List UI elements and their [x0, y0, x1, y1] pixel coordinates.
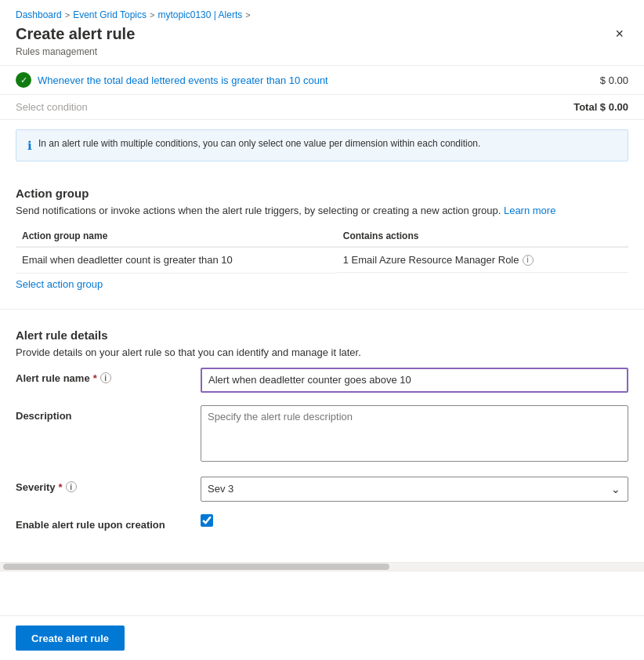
- enable-alert-row: Enable alert rule upon creation: [16, 514, 628, 531]
- severity-info-icon[interactable]: i: [66, 481, 77, 492]
- panel-subtitle: Rules management: [0, 46, 644, 65]
- description-control: [201, 405, 628, 464]
- close-button[interactable]: ×: [610, 25, 628, 42]
- table-row: Email when deadletter count is greater t…: [16, 247, 628, 273]
- select-condition-row: Select condition Total $ 0.00: [0, 95, 644, 120]
- total-price: Total $ 0.00: [573, 101, 628, 113]
- severity-control: Sev 3 Sev 0 Sev 1 Sev 2 Sev 4: [201, 477, 628, 502]
- enable-alert-label: Enable alert rule upon creation: [16, 514, 188, 531]
- select-condition-placeholder[interactable]: Select condition: [16, 101, 88, 113]
- info-banner-text: In an alert rule with multiple condition…: [38, 138, 480, 149]
- required-star: *: [93, 372, 97, 384]
- action-group-section: Action group Send notifications or invok…: [0, 171, 644, 303]
- info-icon: ℹ: [27, 139, 32, 153]
- description-label: Description: [16, 405, 188, 422]
- action-group-name: Email when deadletter count is greater t…: [16, 247, 337, 273]
- info-banner: ℹ In an alert rule with multiple conditi…: [16, 129, 628, 161]
- section-divider: [0, 309, 644, 310]
- checkmark-icon: ✓: [20, 75, 27, 85]
- select-action-group-button[interactable]: Select action group: [16, 274, 103, 295]
- alert-name-label: Alert rule name * i: [16, 368, 188, 384]
- severity-label: Severity * i: [16, 477, 188, 493]
- description-row: Description: [16, 405, 628, 464]
- table-header-name: Action group name: [16, 226, 337, 247]
- breadcrumb-sep-2: >: [150, 10, 154, 20]
- action-group-contains: 1 Email Azure Resource Manager Role i: [337, 248, 628, 273]
- page-title: Create alert rule: [16, 25, 135, 43]
- severity-select[interactable]: Sev 3 Sev 0 Sev 1 Sev 2 Sev 4: [201, 477, 628, 502]
- description-textarea[interactable]: [201, 405, 628, 462]
- breadcrumb: Dashboard > Event Grid Topics > mytopic0…: [0, 0, 644, 25]
- scrollbar-thumb[interactable]: [3, 564, 389, 570]
- alert-name-row: Alert rule name * i: [16, 368, 628, 393]
- create-alert-panel: Dashboard > Event Grid Topics > mytopic0…: [0, 0, 644, 660]
- severity-select-wrapper: Sev 3 Sev 0 Sev 1 Sev 2 Sev 4: [201, 477, 628, 502]
- panel-header: Create alert rule ×: [0, 25, 644, 46]
- condition-row: ✓ Whenever the total dead lettered event…: [0, 65, 644, 95]
- contains-info-icon[interactable]: i: [523, 255, 534, 266]
- learn-more-link[interactable]: Learn more: [504, 205, 555, 216]
- name-info-icon[interactable]: i: [100, 372, 111, 383]
- create-alert-rule-button[interactable]: Create alert rule: [16, 626, 125, 651]
- table-header-actions: Contains actions: [337, 226, 628, 247]
- condition-price: $ 0.00: [600, 74, 628, 86]
- condition-text[interactable]: Whenever the total dead lettered events …: [38, 74, 594, 86]
- alert-rule-details-section: Alert rule details Provide details on yo…: [0, 316, 644, 556]
- enable-checkbox-row: [201, 514, 628, 527]
- alert-name-input[interactable]: [201, 368, 628, 393]
- severity-row: Severity * i Sev 3 Sev 0 Sev 1 Sev 2 Sev…: [16, 477, 628, 502]
- condition-check-icon: ✓: [16, 72, 31, 88]
- enable-alert-control: [201, 514, 628, 527]
- action-group-title: Action group: [16, 187, 628, 200]
- horizontal-scrollbar[interactable]: [0, 562, 644, 571]
- alert-rule-details-desc: Provide details on your alert rule so th…: [16, 346, 628, 358]
- breadcrumb-sep-3: >: [245, 10, 250, 20]
- breadcrumb-alerts[interactable]: mytopic0130 | Alerts: [157, 9, 242, 20]
- breadcrumb-sep-1: >: [65, 10, 70, 20]
- footer: Create alert rule: [0, 615, 644, 660]
- breadcrumb-event-grid[interactable]: Event Grid Topics: [73, 9, 147, 20]
- action-group-desc: Send notifications or invoke actions whe…: [16, 205, 628, 216]
- alert-name-control: [201, 368, 628, 393]
- severity-required-star: *: [59, 481, 63, 493]
- alert-rule-details-title: Alert rule details: [16, 328, 628, 342]
- breadcrumb-dashboard[interactable]: Dashboard: [16, 9, 62, 20]
- enable-alert-checkbox[interactable]: [201, 514, 213, 527]
- action-group-table: Action group name Contains actions Email…: [16, 226, 628, 274]
